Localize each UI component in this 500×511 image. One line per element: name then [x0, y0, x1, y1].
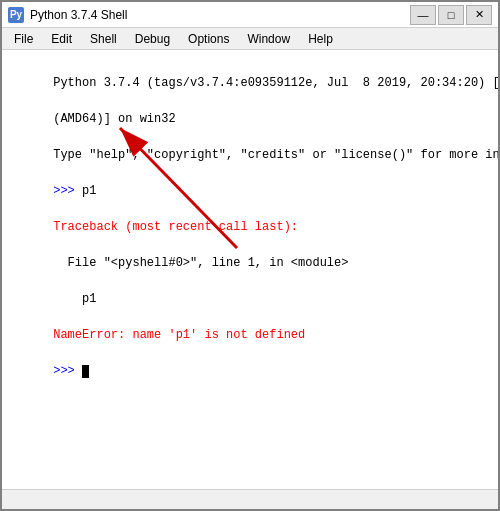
minimize-button[interactable]: —: [410, 5, 436, 25]
python-type-hint: Type "help", "copyright", "credits" or "…: [53, 148, 498, 162]
menu-help[interactable]: Help: [300, 30, 341, 48]
traceback-file: File "<pyshell#0>", line 1, in <module>: [53, 256, 348, 270]
menu-shell[interactable]: Shell: [82, 30, 125, 48]
window-title: Python 3.7.4 Shell: [30, 8, 127, 22]
prompt1: >>>: [53, 184, 82, 198]
menu-bar: File Edit Shell Debug Options Window Hel…: [2, 28, 498, 50]
cursor: [82, 365, 89, 378]
python-version-line1: Python 3.7.4 (tags/v3.7.4:e09359112e, Ju…: [53, 76, 498, 90]
python-icon: Py: [8, 7, 24, 23]
command1: p1: [82, 184, 96, 198]
maximize-button[interactable]: □: [438, 5, 464, 25]
window-controls: — □ ✕: [410, 5, 492, 25]
console-area[interactable]: Python 3.7.4 (tags/v3.7.4:e09359112e, Ju…: [2, 50, 498, 489]
menu-file[interactable]: File: [6, 30, 41, 48]
traceback-header: Traceback (most recent call last):: [53, 220, 298, 234]
menu-edit[interactable]: Edit: [43, 30, 80, 48]
prompt2: >>>: [53, 364, 82, 378]
traceback-code: p1: [53, 292, 96, 306]
menu-window[interactable]: Window: [239, 30, 298, 48]
status-bar: [2, 489, 498, 509]
window: Py Python 3.7.4 Shell — □ ✕ File Edit Sh…: [0, 0, 500, 511]
title-bar: Py Python 3.7.4 Shell — □ ✕: [2, 2, 498, 28]
python-version-line2: (AMD64)] on win32: [53, 112, 175, 126]
menu-options[interactable]: Options: [180, 30, 237, 48]
title-bar-left: Py Python 3.7.4 Shell: [8, 7, 127, 23]
menu-debug[interactable]: Debug: [127, 30, 178, 48]
error-message: NameError: name 'p1' is not defined: [53, 328, 305, 342]
console-output: Python 3.7.4 (tags/v3.7.4:e09359112e, Ju…: [10, 56, 490, 398]
close-button[interactable]: ✕: [466, 5, 492, 25]
